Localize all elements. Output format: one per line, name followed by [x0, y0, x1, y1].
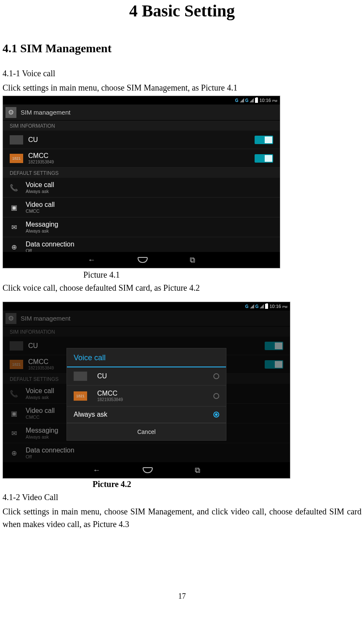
dialog-option-cmcc[interactable]: 1821 CMCC18219353849 [67, 385, 226, 407]
caption-4-1: Picture 4.1 [83, 270, 364, 280]
clock-time: 10:16 PM [259, 98, 277, 103]
system-navbar: ← ⧉ [3, 252, 280, 268]
dialog-cancel-button[interactable]: Cancel [67, 423, 226, 440]
sim-chip-icon: 1821 [10, 154, 23, 163]
screenshot-4-2: G G 10:16 PM ⚙ SIM management SIM INFORM… [3, 302, 290, 479]
app-header: ⚙ SIM management [3, 104, 280, 120]
intro-line-1: Click settings in main menu, choose SIM … [3, 81, 361, 94]
home-icon[interactable] [143, 467, 153, 473]
signal-icon [250, 304, 254, 308]
intro-line-3: Click settings in main menu, choose SIM … [3, 505, 361, 530]
caption-4-2: Picture 4.2 [93, 479, 364, 489]
signal-g-icon: G [235, 98, 239, 103]
sim-row-cu[interactable]: CU [3, 131, 280, 149]
battery-icon [265, 304, 268, 309]
defaults-label: DEFAULT SETTINGS [3, 168, 280, 178]
video-icon: ▣ [10, 203, 18, 211]
phone-icon: 📞 [10, 184, 18, 192]
dialog-option-cu[interactable]: CU [67, 367, 226, 385]
signal-g-icon: G [255, 304, 259, 309]
globe-icon: ⊕ [10, 243, 18, 251]
status-bar: G G 10:16 PM [3, 302, 290, 310]
setting-video-call[interactable]: ▣ Video callCMCC [3, 198, 280, 217]
sim-chip-icon [10, 135, 23, 145]
signal-icon [250, 98, 254, 102]
sim-chip-icon: 1821 [74, 391, 87, 401]
setting-voice-call[interactable]: 📞 Voice callAlways ask [3, 178, 280, 198]
sim-chip-icon [74, 372, 87, 381]
recent-icon[interactable]: ⧉ [195, 466, 200, 475]
back-icon[interactable]: ← [88, 256, 96, 265]
status-bar: G G 10:16 PM [3, 96, 280, 104]
signal-icon [240, 98, 244, 102]
signal-icon [260, 304, 264, 308]
screenshot-4-1: G G 10:16 PM ⚙ SIM management SIM INFORM… [3, 96, 280, 268]
sim-toggle[interactable] [255, 154, 273, 163]
back-icon[interactable]: ← [93, 466, 101, 475]
subsection-video-call: 4.1-2 Video Call [3, 491, 361, 503]
sim-info-label: SIM INFORMATION [3, 120, 280, 131]
dialog-title: Voice call [67, 348, 226, 367]
sim-toggle[interactable] [255, 136, 273, 144]
message-icon: ✉ [10, 223, 18, 231]
radio-icon[interactable] [213, 412, 219, 418]
app-header: ⚙ SIM management [3, 310, 290, 327]
voice-call-dialog: Voice call CU 1821 CMCC18219353849 Alway… [66, 348, 226, 441]
app-title: SIM management [21, 315, 70, 322]
settings-gear-icon: ⚙ [5, 313, 16, 324]
radio-icon[interactable] [213, 373, 219, 379]
chapter-title: 4 Basic Setting [0, 1, 364, 21]
dialog-backdrop: Voice call CU 1821 CMCC18219353849 Alway… [3, 327, 290, 462]
home-icon[interactable] [138, 257, 148, 263]
sim-name: CU [28, 136, 255, 144]
dialog-option-always-ask[interactable]: Always ask [67, 407, 226, 423]
app-title: SIM management [21, 109, 70, 116]
settings-gear-icon: ⚙ [5, 107, 16, 118]
system-navbar: ← ⧉ [3, 462, 290, 478]
battery-icon [255, 98, 258, 103]
recent-icon[interactable]: ⧉ [190, 256, 195, 265]
signal-g-icon: G [245, 98, 249, 103]
section-heading: 4.1 SIM Management [3, 42, 364, 55]
sim-row-cmcc[interactable]: 1821 CMCC 18219353849 [3, 149, 280, 168]
sim-number: 18219353849 [28, 160, 255, 164]
subsection-voice-call: 4.1-1 Voice call [3, 67, 361, 80]
intro-line-2: Click voice call, choose defaulted SIM c… [3, 281, 361, 294]
setting-messaging[interactable]: ✉ MessagingAlways ask [3, 217, 280, 237]
sim-name: CMCC [28, 152, 255, 160]
clock-time: 10:16 PM [269, 304, 287, 309]
page-number: 17 [0, 592, 364, 601]
radio-icon[interactable] [213, 393, 219, 399]
signal-g-icon: G [245, 304, 249, 309]
